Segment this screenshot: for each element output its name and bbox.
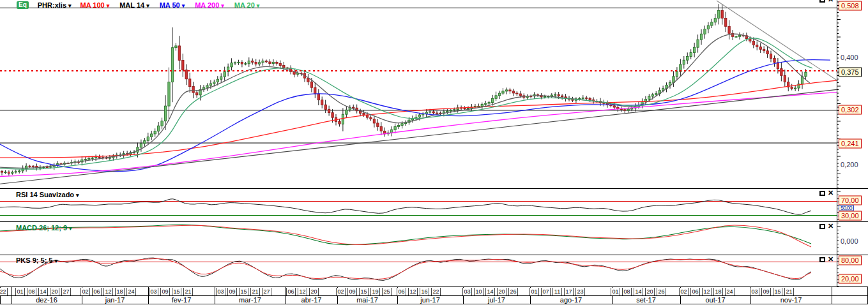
app-logo: Eq — [17, 1, 29, 9]
overlay-selector[interactable]: MA 50▾ — [160, 1, 185, 9]
overlay-label: MA 50 — [160, 1, 180, 9]
date-axis-month: jul-17 — [463, 296, 530, 304]
chevron-down-icon: ▾ — [68, 3, 72, 9]
date-axis-day: 18 — [713, 288, 723, 295]
maximize-icon[interactable] — [819, 0, 825, 3]
date-axis-month: set-17 — [612, 296, 680, 304]
rsi-axis-label: 70,00 — [839, 196, 862, 205]
date-axis-day: 03 — [462, 288, 472, 295]
pks-panel-title[interactable]: PKS 9; 5; 5▾ — [16, 257, 57, 264]
date-axis-day: 03 — [216, 288, 225, 295]
chart-canvas[interactable] — [0, 0, 868, 305]
overlay-legend: MA 100▾MAL 14▾MA 50▾MA 200▾MA 20▾ — [80, 1, 260, 9]
date-axis-day: 12 — [408, 288, 418, 295]
date-axis-month: fev-17 — [148, 296, 215, 304]
date-axis-day: 01 — [15, 288, 25, 295]
date-axis-day: 03 — [149, 288, 158, 295]
pks-panel-window-buttons: ✕ — [819, 257, 834, 262]
rsi-panel-window-buttons: ✕ — [819, 190, 834, 196]
close-icon[interactable]: ✕ — [828, 257, 834, 262]
pks-axis-label: 20,00 — [839, 274, 862, 284]
date-axis-day: 21 — [250, 288, 260, 295]
date-axis-day: 06 — [397, 288, 406, 295]
close-icon[interactable]: ✕ — [828, 190, 834, 196]
date-axis-month: ago-17 — [530, 296, 612, 304]
date-axis-day: 15 — [239, 288, 248, 295]
chart-window: Eq PHR:xlis▾ MA 100▾MAL 14▾MA 50▾MA 200▾… — [0, 0, 868, 305]
date-axis-day: 12 — [103, 288, 113, 295]
overlay-selector[interactable]: MA 200▾ — [195, 1, 224, 9]
date-axis-day: 09 — [347, 288, 357, 295]
chevron-down-icon: ▾ — [107, 3, 110, 9]
date-axis-month: jun-17 — [397, 296, 463, 304]
chevron-down-icon: ▾ — [54, 258, 57, 264]
chevron-down-icon: ▾ — [146, 3, 149, 9]
date-axis-month: out-17 — [680, 296, 750, 304]
macd-axis-label: 0,000 — [839, 237, 860, 246]
maximize-icon[interactable] — [819, 257, 825, 262]
date-axis-day: 15 — [359, 288, 369, 295]
price-axis-label: 0,241 — [839, 139, 862, 149]
rsi-axis-label: 50,00 — [839, 205, 854, 211]
date-axis-day: 09 — [761, 288, 771, 295]
rsi-axis-label: 30,00 — [839, 211, 862, 221]
chevron-down-icon: ▾ — [257, 3, 260, 9]
date-axis-day: 14 — [38, 288, 48, 295]
date-axis-day: 06 — [286, 288, 296, 295]
date-axis-day: 19 — [370, 288, 380, 295]
pks-k-line — [0, 258, 811, 280]
date-axis-day: 22 — [431, 288, 441, 295]
date-axis-day: 26 — [508, 288, 518, 295]
date-axis-day: 25 — [382, 288, 392, 295]
maximize-icon[interactable] — [819, 191, 825, 196]
macd-signal-line — [0, 225, 811, 247]
overlay-selector[interactable]: MA 20▾ — [234, 1, 260, 9]
overlay-selector[interactable]: MAL 14▾ — [119, 1, 149, 9]
date-axis-day: 21 — [183, 288, 193, 295]
date-axis-day: 01 — [529, 288, 539, 295]
ma-line — [0, 38, 812, 169]
ma-line — [0, 34, 810, 168]
rsi-panel-title[interactable]: RSI 14 Suavizado▾ — [16, 191, 79, 198]
close-icon[interactable]: ✕ — [828, 0, 834, 3]
date-axis-day: 15 — [773, 288, 782, 295]
date-axis-day: 09 — [160, 288, 170, 295]
overlay-selector[interactable]: MA 100▾ — [80, 1, 110, 9]
maximize-icon[interactable] — [819, 224, 825, 229]
date-axis-day: 22 — [0, 288, 8, 295]
date-axis-day: 18 — [115, 288, 125, 295]
date-axis-day: 06 — [690, 288, 700, 295]
date-axis-month: nov-17 — [750, 296, 832, 304]
price-axis-label: 0,200 — [839, 161, 860, 169]
date-axis-month: mai-17 — [337, 296, 397, 304]
date-axis-month: mar-17 — [215, 296, 286, 304]
date-axis-day: 11 — [552, 288, 562, 295]
date-axis-day: 27 — [61, 288, 71, 295]
date-axis-day: 14 — [634, 288, 643, 295]
macd-panel-window-buttons: ✕ — [819, 223, 834, 229]
date-axis-day: 09 — [227, 288, 237, 295]
date-axis-month: jan-17 — [82, 296, 148, 304]
date-axis-day: 17 — [564, 288, 574, 295]
date-axis-day: 02 — [80, 288, 90, 295]
macd-panel-title[interactable]: MACD 26; 12; 9▾ — [16, 224, 72, 232]
date-axis-day: 07 — [541, 288, 551, 295]
ma-line — [0, 93, 837, 177]
date-axis-day: 24 — [126, 288, 136, 295]
date-axis-day: 06 — [92, 288, 102, 295]
close-icon[interactable]: ✕ — [828, 223, 834, 229]
toolbar: Eq PHR:xlis▾ MA 100▾MAL 14▾MA 50▾MA 200▾… — [17, 1, 259, 10]
overlay-label: MA 100 — [80, 1, 105, 9]
symbol-selector[interactable]: PHR:xlis▾ — [38, 1, 72, 9]
date-axis-day: 20 — [497, 288, 506, 295]
date-axis-day: 16 — [420, 288, 429, 295]
chevron-down-icon: ▾ — [221, 3, 224, 9]
trendline[interactable] — [0, 89, 837, 184]
date-axis-day: 08 — [622, 288, 632, 295]
date-axis-month: dez-16 — [11, 296, 82, 304]
symbol-label: PHR:xlis — [38, 1, 66, 9]
date-axis-day: 26 — [657, 288, 666, 295]
chevron-down-icon: ▾ — [76, 192, 79, 198]
date-axis-day: 23 — [575, 288, 585, 295]
date-axis-day: 20 — [50, 288, 59, 295]
